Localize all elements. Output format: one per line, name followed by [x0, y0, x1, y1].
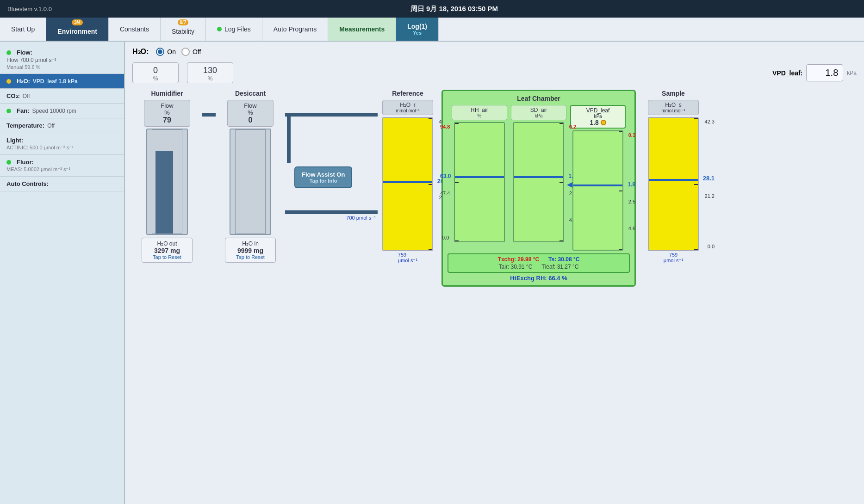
- h2o-on-circle: [156, 48, 164, 56]
- vpd-input[interactable]: 1.8: [806, 64, 843, 81]
- sd-air-col: SD_air kPa 0.2 1.7 2.4 4.5: [511, 105, 566, 251]
- tab-logfiles[interactable]: Log Files: [206, 18, 262, 41]
- sidebar-item-h2o[interactable]: H₂O: VPD_leaf 1.8 kPa: [0, 74, 124, 89]
- auto-label: Auto Controls:: [6, 180, 118, 187]
- reference-blue-line: [383, 181, 432, 183]
- pipe-h3: [285, 210, 378, 214]
- leaf-chamber-label: Leaf Chamber: [448, 95, 630, 102]
- h2o-in-box[interactable]: H₂O in 9999 mg Tap to Reset: [225, 238, 276, 263]
- leaf-chamber-panel: Leaf Chamber RH_air % 94.8 63.0: [441, 90, 636, 287]
- sidebar-item-fan[interactable]: Fan: Speed 10000 rpm: [0, 104, 124, 118]
- reference-label: Reference: [392, 90, 423, 97]
- rh-air-gauge: 94.8 63.0 47.4 0.0: [454, 122, 505, 242]
- fluor-label: Fluor:: [17, 159, 34, 166]
- tab-measurements[interactable]: Measurements: [328, 18, 396, 41]
- h2o-radio-group: On Off: [156, 48, 201, 56]
- sidebar-item-fluor[interactable]: Fluor: MEAS: 5.0002 μmol m⁻² s⁻¹: [0, 155, 124, 177]
- desiccant-bar: [230, 129, 271, 235]
- sample-header: H₂O_s mmol mol⁻¹: [648, 100, 699, 115]
- h2o-value: VPD_leaf 1.8 kPa: [33, 78, 78, 85]
- vpd-unit: kPa: [847, 70, 857, 76]
- tair-val: 30.91 °C: [511, 264, 533, 270]
- h2o-out-box[interactable]: H₂O out 3297 mg Tap to Reset: [142, 238, 193, 263]
- sample-flow: 759 μmol s⁻¹: [664, 252, 683, 264]
- reference-flow: 759 μmol s⁻¹: [398, 252, 417, 264]
- pipe-v1: [287, 117, 291, 163]
- h2o-label: H₂O:: [17, 78, 30, 85]
- txchg-val: 29.98 °C: [517, 256, 539, 263]
- sidebar-item-auto[interactable]: Auto Controls:: [0, 177, 124, 191]
- fan-label: Fan:: [17, 107, 29, 114]
- sidebar-item-co2[interactable]: CO₂: Off: [0, 89, 124, 104]
- fluor-dot: [6, 160, 11, 165]
- fan-value: Speed 10000 rpm: [32, 108, 76, 114]
- flow-assist-box[interactable]: Flow Assist On Tap for Info: [294, 166, 352, 188]
- reference-gauge: 42.3 26.7 21.2 0.0: [382, 117, 433, 251]
- top-bar: Bluestem v.1.0.0 周日 9月 18, 2016 03:50 PM: [0, 0, 864, 18]
- humidifier-label: Humidifier: [151, 90, 183, 97]
- rh-air-header: RH_air %: [452, 105, 507, 120]
- temperature-value: Off: [47, 123, 55, 129]
- pct-input-left[interactable]: 0 %: [132, 62, 179, 83]
- h2o-off-circle: [181, 48, 190, 56]
- datetime: 周日 9月 18, 2016 03:50 PM: [410, 5, 498, 13]
- tab-startup[interactable]: Start Up: [0, 18, 46, 41]
- reference-header: H₂O_r mmol mol⁻¹: [382, 100, 433, 115]
- sample-panel: Sample H₂O_s mmol mol⁻¹ 42.3 28.1 21.2 0…: [643, 90, 703, 264]
- content-area: H₂O: On Off 0 % 130 %: [125, 42, 864, 504]
- humidifier-panel: Humidifier Flow % 79 H₂O out 3297 mg: [132, 90, 202, 263]
- flow-label: Flow:: [17, 49, 32, 56]
- h2o-dot: [6, 79, 11, 84]
- light-label: Light:: [6, 137, 23, 144]
- tab-constants[interactable]: Constants: [109, 18, 161, 41]
- tab-environment[interactable]: 3/4 Environment: [46, 18, 109, 41]
- sd-air-gauge: 0.2 1.7 2.4 4.5: [513, 122, 564, 242]
- sample-blue-line: [649, 179, 698, 181]
- h2o-on-label: On: [167, 48, 176, 55]
- co2-label: CO₂:: [6, 92, 20, 99]
- temperature-label: Temperature:: [6, 122, 44, 129]
- vpd-leaf-col: VPD_leaf kPa 1.8 0.3: [570, 105, 626, 251]
- vpd-dot: [601, 120, 606, 125]
- leaf-temps: Txchg: 29.98 °C Ts: 30.08 °C Tair: 30.91…: [448, 253, 630, 273]
- tleaf-label: Tleaf:: [541, 264, 557, 270]
- sidebar-item-light[interactable]: Light: ACTINIC: 500.0 μmol m⁻² s⁻¹: [0, 133, 124, 155]
- fluor-sub: MEAS: 5.0002 μmol m⁻² s⁻¹: [6, 166, 118, 172]
- tleaf-val: 31.27 °C: [557, 264, 579, 270]
- pipe-h2: [285, 113, 378, 117]
- vpd-arrow: [567, 182, 572, 188]
- flow-sub: Manual 59.6 %: [6, 64, 118, 70]
- environment-badge: 3/4: [72, 19, 83, 25]
- ts-label: Ts:: [548, 256, 558, 263]
- tab-log[interactable]: Log(1) Yes: [396, 18, 439, 41]
- vpd-leaf-header: VPD_leaf kPa 1.8: [570, 105, 626, 129]
- pct-input-right[interactable]: 130 %: [187, 62, 233, 83]
- app-title: Bluestem v.1.0.0: [7, 6, 52, 12]
- desiccant-panel: Desiccant Flow % 0 H₂O in 9999 mg Tap to…: [216, 90, 285, 263]
- sd-air-header: SD_air kPa: [511, 105, 566, 120]
- h2o-off-radio[interactable]: Off: [181, 48, 201, 56]
- sidebar: Flow: Flow 700.0 μmol s⁻¹ Manual 59.6 % …: [0, 42, 125, 504]
- h2o-off-label: Off: [193, 48, 201, 55]
- sidebar-item-flow[interactable]: Flow: Flow 700.0 μmol s⁻¹ Manual 59.6 %: [0, 45, 124, 74]
- tab-autoprograms[interactable]: Auto Programs: [262, 18, 328, 41]
- h2o-ctrl-label: H₂O:: [132, 47, 149, 56]
- flow-value: Flow 700.0 μmol s⁻¹: [6, 57, 118, 63]
- main-panels: Humidifier Flow % 79 H₂O out 3297 mg: [132, 90, 857, 287]
- vpd-label: VPD_leaf:: [772, 69, 802, 77]
- ts-val: 30.08 °C: [558, 256, 580, 263]
- vpd-leaf-gauge: 0.3 1.8 2.5 4.6: [572, 130, 623, 251]
- sidebar-item-temperature[interactable]: Temperature: Off: [0, 118, 124, 133]
- nav-tabs: Start Up 3/4 Environment Constants 0/7 S…: [0, 18, 864, 42]
- reference-panel: Reference H₂O_r mmol mol⁻¹ 42.3 26.7 21.…: [378, 90, 438, 264]
- sample-label: Sample: [662, 90, 685, 97]
- bottom-flow-label: 700 μmol s⁻¹: [346, 215, 376, 221]
- tab-stability[interactable]: 0/7 Stability: [161, 18, 206, 41]
- h2o-on-radio[interactable]: On: [156, 48, 176, 56]
- fan-dot: [6, 109, 11, 113]
- htxchg-row: HtExchg RH: 66.4 %: [448, 275, 630, 282]
- humidifier-flow-header: Flow % 79: [144, 100, 190, 127]
- co2-value: Off: [23, 93, 30, 99]
- log-yes: Yes: [413, 30, 422, 36]
- pipe-h1: [202, 113, 216, 117]
